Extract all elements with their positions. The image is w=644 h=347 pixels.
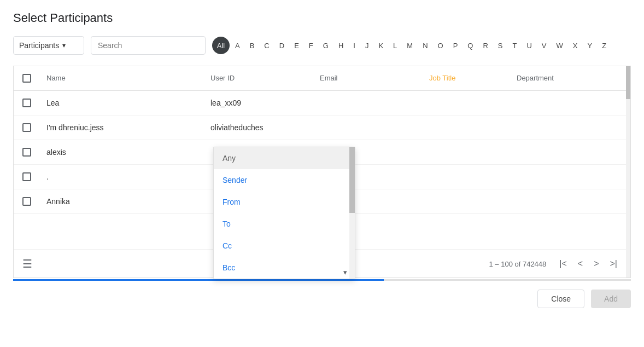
row-checkbox-col[interactable] (14, 189, 40, 213)
row-checkbox[interactable] (22, 123, 31, 132)
row-name: I'm dhreniuc.jess (40, 115, 204, 140)
alpha-btn-d[interactable]: D (275, 38, 289, 53)
prev-page-button[interactable]: < (573, 256, 587, 272)
row-department (510, 95, 587, 111)
select-participants-dialog: Select Participants Participants ▾ All A… (0, 0, 644, 319)
progress-bar-container (13, 279, 631, 281)
th-email: Email (313, 66, 423, 90)
alpha-btn-a[interactable]: A (231, 38, 244, 53)
dropdown-item-any[interactable]: Any (214, 147, 355, 169)
row-job-title (423, 169, 510, 184)
row-checkbox[interactable] (22, 172, 31, 181)
participants-dropdown[interactable]: Participants ▾ (13, 36, 84, 55)
alpha-btn-p[interactable]: P (449, 38, 462, 53)
alpha-btn-r[interactable]: R (478, 38, 492, 53)
th-job-title: Job Title (423, 66, 510, 90)
alpha-btn-l[interactable]: L (389, 38, 401, 53)
th-name: Name (40, 66, 204, 90)
table-scrollbar-track[interactable] (626, 66, 630, 277)
row-checkbox-col[interactable] (14, 165, 40, 189)
alpha-btn-n[interactable]: N (418, 38, 432, 53)
alpha-btn-t[interactable]: T (508, 38, 522, 53)
page-title: Select Participants (13, 11, 631, 25)
last-page-button[interactable]: >| (606, 256, 622, 272)
role-dropdown-menu[interactable]: Any Sender From To Cc Bcc ▾ (213, 147, 355, 279)
select-all-checkbox[interactable] (22, 74, 31, 83)
row-user-id: oliviatheduches (204, 115, 313, 140)
alpha-btn-y[interactable]: Y (583, 38, 596, 53)
row-email (313, 95, 423, 111)
row-department (510, 120, 587, 135)
row-job-title (423, 144, 510, 160)
alpha-btn-x[interactable]: X (569, 38, 582, 53)
first-page-button[interactable]: |< (555, 256, 571, 272)
alpha-btn-i[interactable]: I (349, 38, 360, 53)
row-department (510, 194, 587, 209)
row-email (313, 120, 423, 135)
alpha-btn-s[interactable]: S (494, 38, 507, 53)
alpha-btn-e[interactable]: E (290, 38, 303, 53)
dropdown-item-bcc[interactable]: Bcc (214, 257, 355, 279)
alpha-btn-h[interactable]: H (334, 38, 348, 53)
filter-icon[interactable]: ☰ (22, 257, 32, 270)
alpha-btn-q[interactable]: Q (463, 38, 477, 53)
table-scrollbar-thumb[interactable] (626, 66, 630, 99)
toolbar: Participants ▾ All A B C D E F G H I J K… (13, 36, 631, 55)
row-checkbox[interactable] (22, 197, 31, 206)
close-button[interactable]: Close (537, 290, 584, 308)
alpha-btn-z[interactable]: Z (598, 38, 611, 53)
row-job-title (423, 194, 510, 209)
table-row[interactable]: Lea lea_xx09 (14, 91, 630, 115)
participants-dropdown-arrow-icon: ▾ (62, 42, 78, 49)
alpha-btn-all[interactable]: All (212, 37, 230, 54)
row-name: Lea (40, 91, 204, 115)
alpha-btn-w[interactable]: W (552, 38, 567, 53)
row-job-title (423, 120, 510, 135)
dropdown-item-sender[interactable]: Sender (214, 169, 355, 191)
pagination: 1 – 100 of 742448 |< < > >| (489, 256, 622, 272)
alpha-btn-m[interactable]: M (402, 38, 417, 53)
table-header: Name User ID Email Job Title Department (14, 66, 630, 91)
dropdown-scrollbar-track[interactable] (349, 147, 355, 279)
row-name: . (40, 165, 204, 189)
search-input[interactable] (91, 36, 206, 55)
row-user-id: lea_xx09 (204, 91, 313, 115)
dropdown-item-from[interactable]: From (214, 191, 355, 213)
dropdown-inner: Any Sender From To Cc Bcc (214, 147, 355, 279)
alpha-btn-f[interactable]: F (305, 38, 318, 53)
alpha-btn-j[interactable]: J (361, 38, 373, 53)
alpha-btn-g[interactable]: G (319, 38, 333, 53)
row-department (510, 169, 587, 184)
alpha-btn-v[interactable]: V (537, 38, 551, 53)
th-user-id: User ID (204, 66, 313, 90)
row-checkbox[interactable] (22, 148, 31, 157)
alpha-btn-o[interactable]: O (434, 38, 448, 53)
row-job-title (423, 95, 510, 111)
th-department: Department (510, 66, 587, 90)
dropdown-scrollbar-thumb[interactable] (349, 147, 355, 213)
dialog-buttons: Close Add (13, 281, 631, 308)
row-checkbox-col[interactable] (14, 91, 40, 115)
row-checkbox-col[interactable] (14, 140, 40, 164)
row-name: alexis (40, 140, 204, 164)
alpha-btn-c[interactable]: C (260, 38, 273, 53)
row-name: Annika (40, 189, 204, 213)
pagination-info: 1 – 100 of 742448 (489, 260, 546, 268)
add-button[interactable]: Add (591, 290, 631, 308)
dropdown-scroll-down-icon[interactable]: ▾ (343, 268, 347, 276)
th-checkbox[interactable] (14, 66, 40, 90)
table-row[interactable]: I'm dhreniuc.jess oliviatheduches (14, 115, 630, 140)
row-checkbox-col[interactable] (14, 115, 40, 140)
alpha-btn-k[interactable]: K (374, 38, 388, 53)
alphabet-navigation: All A B C D E F G H I J K L M N O P Q R … (212, 37, 611, 54)
row-checkbox[interactable] (22, 99, 31, 107)
dropdown-item-to[interactable]: To (214, 213, 355, 235)
dropdown-item-cc[interactable]: Cc (214, 235, 355, 257)
progress-bar (13, 279, 384, 281)
participants-dropdown-label: Participants (19, 41, 59, 50)
row-department (510, 144, 587, 160)
alpha-btn-u[interactable]: U (522, 38, 536, 53)
alpha-btn-b[interactable]: B (245, 38, 259, 53)
next-page-button[interactable]: > (589, 256, 603, 272)
